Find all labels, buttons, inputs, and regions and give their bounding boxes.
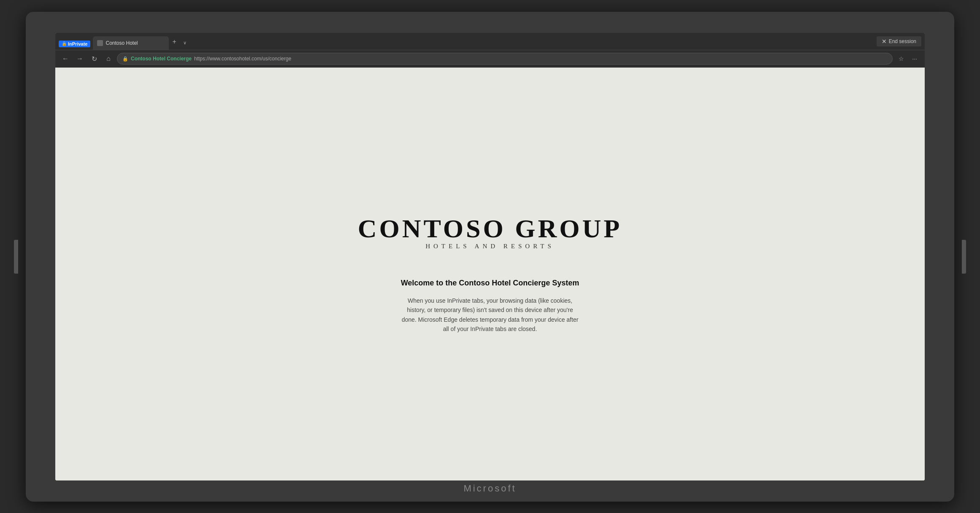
brand-name: CONTOSO GROUP [358, 214, 622, 243]
tab-favicon [97, 40, 103, 46]
forward-icon: → [76, 55, 83, 62]
end-session-label: End session [889, 38, 916, 44]
toolbar-bar: ← → ↻ ⌂ 🔒 Contoso Hotel Concierge https:… [55, 50, 925, 68]
tab-title: Contoso Hotel [106, 40, 165, 46]
inprivate-icon: 🔒 [62, 41, 67, 46]
browser-tab[interactable]: Contoso Hotel [93, 36, 169, 50]
brand-logo: CONTOSO GROUP HOTELS AND RESORTS [358, 214, 622, 275]
welcome-title: Welcome to the Contoso Hotel Concierge S… [401, 279, 579, 288]
favorite-icon: ☆ [899, 55, 904, 62]
back-icon: ← [62, 55, 69, 62]
monitor: 🔒 InPrivate Contoso Hotel + ∨ ✕ End sess… [26, 12, 954, 502]
inprivate-badge: 🔒 InPrivate [59, 41, 90, 47]
new-tab-icon: + [172, 38, 176, 45]
refresh-button[interactable]: ↻ [88, 53, 100, 65]
address-bar[interactable]: 🔒 Contoso Hotel Concierge https://www.co… [117, 53, 893, 65]
forward-button[interactable]: → [74, 53, 86, 65]
home-button[interactable]: ⌂ [103, 53, 114, 65]
right-bezel [962, 240, 966, 274]
monitor-brand-label: Microsoft [463, 483, 516, 494]
back-button[interactable]: ← [60, 53, 71, 65]
lock-icon: 🔒 [122, 56, 128, 62]
refresh-icon: ↻ [92, 55, 97, 63]
favorites-button[interactable]: ☆ [895, 53, 907, 65]
site-name: Contoso Hotel Concierge [131, 56, 192, 62]
tab-bar: 🔒 InPrivate Contoso Hotel + ∨ ✕ End sess… [55, 33, 925, 50]
welcome-body: When you use InPrivate tabs, your browsi… [401, 296, 579, 334]
more-button[interactable]: ··· [909, 53, 920, 65]
left-bezel [14, 240, 18, 274]
close-icon: ✕ [882, 38, 887, 45]
new-tab-button[interactable]: + [169, 36, 179, 47]
home-icon: ⌂ [106, 55, 111, 62]
more-icon: ··· [912, 55, 917, 62]
monitor-screen: 🔒 InPrivate Contoso Hotel + ∨ ✕ End sess… [55, 33, 925, 480]
toolbar-actions: ☆ ··· [895, 53, 920, 65]
end-session-button[interactable]: ✕ End session [877, 36, 921, 46]
url-display: https://www.contosohotel.com/us/concierg… [194, 56, 291, 62]
inprivate-label: InPrivate [68, 41, 87, 46]
page-content: CONTOSO GROUP HOTELS AND RESORTS Welcome… [55, 68, 925, 480]
browser-chrome: 🔒 InPrivate Contoso Hotel + ∨ ✕ End sess… [55, 33, 925, 68]
tab-dropdown-button[interactable]: ∨ [180, 38, 190, 47]
brand-tagline: HOTELS AND RESORTS [358, 243, 622, 250]
dropdown-icon: ∨ [183, 40, 187, 45]
